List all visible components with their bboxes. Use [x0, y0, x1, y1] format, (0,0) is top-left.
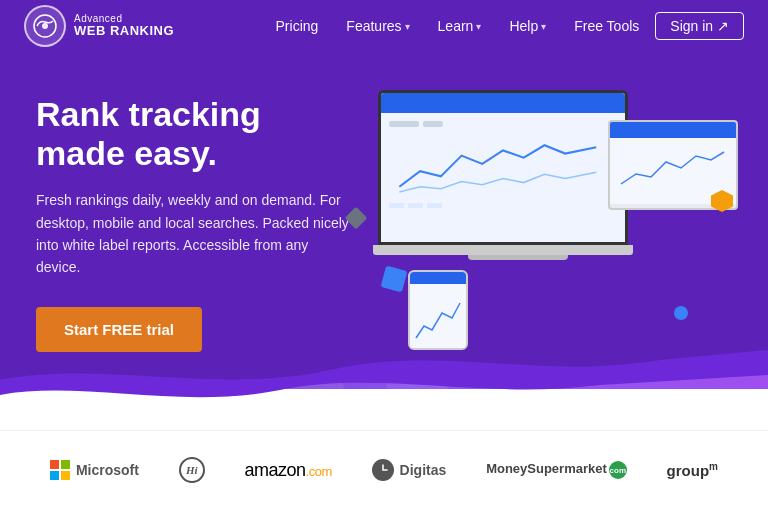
nav-pricing[interactable]: Pricing	[264, 12, 331, 40]
hero-illustration	[328, 50, 748, 410]
hero-subtitle: Fresh rankings daily, weekly and on dema…	[36, 189, 356, 279]
brand-microsoft: Microsoft	[50, 460, 139, 480]
brand-moneysupermarket: MoneySupermarketcom	[486, 461, 627, 480]
nav-learn[interactable]: Learn ▾	[426, 12, 494, 40]
money-badge: com	[609, 461, 627, 479]
groupm-m: m	[709, 461, 718, 472]
learn-chevron: ▾	[476, 21, 481, 32]
phone-mockup	[408, 270, 468, 350]
amazon-label: amazon.com	[245, 460, 332, 481]
ms-cell-red	[50, 460, 59, 469]
tablet-topbar	[610, 122, 736, 138]
signin-button[interactable]: Sign in ↗	[655, 12, 744, 40]
cta-button[interactable]: Start FREE trial	[36, 307, 202, 352]
groupm-label: groupm	[667, 461, 718, 479]
logo-text: Advanced WEB RANKING	[74, 13, 174, 38]
logo-area[interactable]: Advanced WEB RANKING	[24, 5, 174, 47]
hero-content: Rank tracking made easy. Fresh rankings …	[36, 95, 356, 352]
nav-help[interactable]: Help ▾	[497, 12, 558, 40]
laptop-screen	[378, 90, 628, 245]
main-nav: Pricing Features ▾ Learn ▾ Help ▾ Free T…	[174, 12, 744, 40]
help-chevron: ▾	[541, 21, 546, 32]
digitas-label: Digitas	[400, 462, 447, 478]
diamond-shape	[345, 207, 368, 230]
phone-body	[410, 284, 466, 350]
microsoft-logo	[50, 460, 70, 480]
nav-free-tools[interactable]: Free Tools	[562, 12, 651, 40]
cube-shape	[381, 266, 408, 293]
screen-chart	[389, 131, 617, 201]
hi-circle-logo: Hi	[179, 457, 205, 483]
brands-bar: Microsoft Hi amazon.com Digitas MoneySup…	[0, 430, 768, 509]
header: Advanced WEB RANKING Pricing Features ▾ …	[0, 0, 768, 52]
ms-cell-blue	[50, 471, 59, 480]
ms-cell-yellow	[61, 471, 70, 480]
laptop-stand	[468, 255, 568, 260]
nav-features[interactable]: Features ▾	[334, 12, 421, 40]
svg-point-1	[42, 23, 48, 29]
brand-digitas: Digitas	[372, 459, 447, 481]
features-chevron: ▾	[405, 21, 410, 32]
brand-amazon: amazon.com	[245, 460, 332, 481]
ms-cell-green	[61, 460, 70, 469]
screen-body	[381, 113, 625, 242]
circle-shape	[674, 306, 688, 320]
laptop-base	[373, 245, 633, 255]
hero-title: Rank tracking made easy.	[36, 95, 356, 173]
screen-topbar	[381, 93, 625, 113]
logo-icon	[24, 5, 66, 47]
phone-topbar	[410, 272, 466, 284]
digitas-icon	[372, 459, 394, 481]
brand-hi: Hi	[179, 457, 205, 483]
money-label: MoneySupermarketcom	[486, 461, 627, 480]
logo-main: WEB RANKING	[74, 24, 174, 38]
microsoft-label: Microsoft	[76, 462, 139, 478]
brand-groupm: groupm	[667, 461, 718, 479]
